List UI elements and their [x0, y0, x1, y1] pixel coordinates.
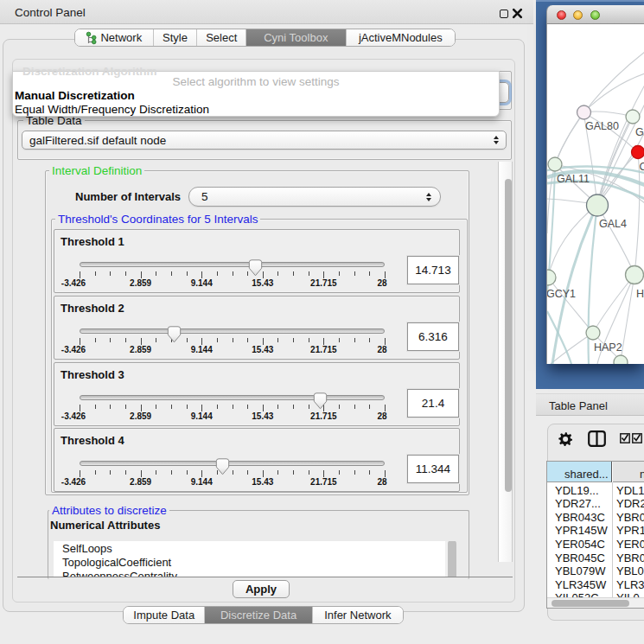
svg-text:HAP2: HAP2: [594, 341, 622, 354]
svg-text:GCY1: GCY1: [547, 288, 576, 300]
svg-text:GAL4: GAL4: [599, 218, 627, 230]
svg-text:GAL11: GAL11: [557, 173, 590, 185]
svg-text:HA: HA: [636, 288, 644, 300]
svg-text:C: C: [640, 161, 644, 173]
svg-text:GAL: GAL: [635, 126, 644, 138]
svg-text:GAL80: GAL80: [585, 120, 619, 132]
